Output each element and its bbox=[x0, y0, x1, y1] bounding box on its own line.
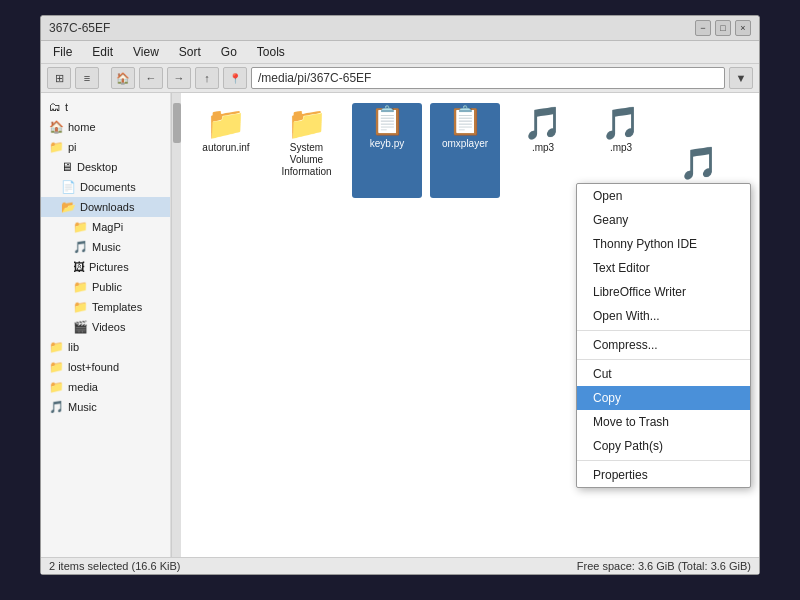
file-mp3a-label: .mp3 bbox=[532, 142, 554, 154]
ctx-geany[interactable]: Geany bbox=[577, 208, 750, 232]
file-keyb-label: keyb.py bbox=[370, 138, 404, 150]
music-icon-2: 🎵 bbox=[601, 107, 641, 139]
address-dropdown-button[interactable]: ▼ bbox=[729, 67, 753, 89]
sidebar-public-label: Public bbox=[92, 281, 122, 293]
sidebar-item-music2[interactable]: 🎵 Music bbox=[41, 397, 170, 417]
sidebar-music2-label: Music bbox=[68, 401, 97, 413]
sidebar-item-documents[interactable]: 📄 Documents bbox=[41, 177, 170, 197]
omxplayer-icon: 📋 bbox=[448, 107, 483, 135]
ctx-open-with[interactable]: Open With... bbox=[577, 304, 750, 328]
file-system-volume[interactable]: 📁 System Volume Information bbox=[269, 103, 344, 198]
sidebar-item-lib[interactable]: 📁 lib bbox=[41, 337, 170, 357]
sidebar-magpi-label: MagPi bbox=[92, 221, 123, 233]
list-view-button[interactable]: ≡ bbox=[75, 67, 99, 89]
back-button[interactable]: ← bbox=[139, 67, 163, 89]
ctx-sep-2 bbox=[577, 359, 750, 360]
sidebar-lib-icon: 📁 bbox=[49, 340, 64, 354]
icon-grid-button[interactable]: ⊞ bbox=[47, 67, 71, 89]
file-system-volume-label: System Volume Information bbox=[273, 142, 340, 178]
ctx-open[interactable]: Open bbox=[577, 184, 750, 208]
song3-icon: 🎵 bbox=[679, 147, 719, 179]
sidebar-item-music[interactable]: 🎵 Music bbox=[41, 237, 170, 257]
file-omxplayer[interactable]: 📋 omxplayer bbox=[430, 103, 500, 198]
sidebar-item-videos[interactable]: 🎬 Videos bbox=[41, 317, 170, 337]
sidebar-scrollbar[interactable] bbox=[171, 93, 181, 557]
address-text: /media/pi/367C-65EF bbox=[258, 71, 371, 85]
sidebar-documents-label: Documents bbox=[80, 181, 136, 193]
sidebar-pictures-icon: 🖼 bbox=[73, 260, 85, 274]
python-file-icon: 📋 bbox=[370, 107, 405, 135]
ctx-properties[interactable]: Properties bbox=[577, 463, 750, 487]
sidebar-item-templates[interactable]: 📁 Templates bbox=[41, 297, 170, 317]
window-title: 367C-65EF bbox=[49, 21, 110, 35]
sidebar-desktop-icon: 🖥 bbox=[61, 160, 73, 174]
sidebar-templates-label: Templates bbox=[92, 301, 142, 313]
sidebar-item-lostfound[interactable]: 📁 lost+found bbox=[41, 357, 170, 377]
status-left: 2 items selected (16.6 KiB) bbox=[49, 560, 180, 572]
file-mp3b-label: .mp3 bbox=[610, 142, 632, 154]
context-menu: Open Geany Thonny Python IDE Text Editor… bbox=[576, 183, 751, 488]
minimize-button[interactable]: − bbox=[695, 20, 711, 36]
sidebar-downloads-icon: 📂 bbox=[61, 200, 76, 214]
sidebar-item-pictures[interactable]: 🖼 Pictures bbox=[41, 257, 170, 277]
sidebar-item-public[interactable]: 📁 Public bbox=[41, 277, 170, 297]
menu-file[interactable]: File bbox=[49, 43, 76, 61]
sidebar: 🗂 t 🏠 home 📁 pi 🖥 Desktop 📄 Documents 📂 bbox=[41, 93, 171, 557]
up-button[interactable]: ↑ bbox=[195, 67, 219, 89]
sidebar-videos-icon: 🎬 bbox=[73, 320, 88, 334]
ctx-cut[interactable]: Cut bbox=[577, 362, 750, 386]
sidebar-item-media[interactable]: 📁 media bbox=[41, 377, 170, 397]
ctx-libreoffice[interactable]: LibreOffice Writer bbox=[577, 280, 750, 304]
sidebar-music-label: Music bbox=[92, 241, 121, 253]
home-button[interactable]: 🏠 bbox=[111, 67, 135, 89]
music-icon: 🎵 bbox=[523, 107, 563, 139]
sidebar-item-desktop[interactable]: 🖥 Desktop bbox=[41, 157, 170, 177]
menu-bar: File Edit View Sort Go Tools bbox=[41, 41, 759, 64]
sidebar-media-label: media bbox=[68, 381, 98, 393]
menu-view[interactable]: View bbox=[129, 43, 163, 61]
ctx-text-editor[interactable]: Text Editor bbox=[577, 256, 750, 280]
ctx-sep-1 bbox=[577, 330, 750, 331]
sidebar-templates-icon: 📁 bbox=[73, 300, 88, 314]
sidebar-desktop-label: Desktop bbox=[77, 161, 117, 173]
sidebar-scrollbar-thumb[interactable] bbox=[173, 103, 181, 143]
location-icon: 📍 bbox=[223, 67, 247, 89]
menu-tools[interactable]: Tools bbox=[253, 43, 289, 61]
sidebar-home-icon: 🏠 bbox=[49, 120, 64, 134]
sidebar-item-t[interactable]: 🗂 t bbox=[41, 97, 170, 117]
sidebar-home-label: home bbox=[68, 121, 96, 133]
file-manager-window: 367C-65EF − □ × File Edit View Sort Go T… bbox=[40, 15, 760, 575]
sidebar-t-label: t bbox=[65, 101, 68, 113]
sidebar-pi-icon: 📁 bbox=[49, 140, 64, 154]
menu-edit[interactable]: Edit bbox=[88, 43, 117, 61]
ctx-copy[interactable]: Copy bbox=[577, 386, 750, 410]
ctx-copy-path[interactable]: Copy Path(s) bbox=[577, 434, 750, 458]
menu-go[interactable]: Go bbox=[217, 43, 241, 61]
sidebar-item-downloads[interactable]: 📂 Downloads bbox=[41, 197, 170, 217]
ctx-move-trash[interactable]: Move to Trash bbox=[577, 410, 750, 434]
sidebar-item-home[interactable]: 🏠 home bbox=[41, 117, 170, 137]
ctx-thonny[interactable]: Thonny Python IDE bbox=[577, 232, 750, 256]
file-omxplayer-label: omxplayer bbox=[442, 138, 488, 150]
menu-sort[interactable]: Sort bbox=[175, 43, 205, 61]
file-keyb[interactable]: 📋 keyb.py bbox=[352, 103, 422, 198]
content-area: 🗂 t 🏠 home 📁 pi 🖥 Desktop 📄 Documents 📂 bbox=[41, 93, 759, 557]
file-mp3a[interactable]: 🎵 .mp3 bbox=[508, 103, 578, 198]
sidebar-pi-label: pi bbox=[68, 141, 77, 153]
sidebar-item-magpi[interactable]: 📁 MagPi bbox=[41, 217, 170, 237]
status-right: Free space: 3.6 GiB (Total: 3.6 GiB) bbox=[577, 560, 751, 572]
sidebar-item-pi[interactable]: 📁 pi bbox=[41, 137, 170, 157]
forward-button[interactable]: → bbox=[167, 67, 191, 89]
address-bar[interactable]: /media/pi/367C-65EF bbox=[251, 67, 725, 89]
sidebar-lib-label: lib bbox=[68, 341, 79, 353]
toolbar: ⊞ ≡ 🏠 ← → ↑ 📍 /media/pi/367C-65EF ▼ bbox=[41, 64, 759, 93]
ctx-compress[interactable]: Compress... bbox=[577, 333, 750, 357]
sidebar-music2-icon: 🎵 bbox=[49, 400, 64, 414]
close-button[interactable]: × bbox=[735, 20, 751, 36]
ctx-sep-3 bbox=[577, 460, 750, 461]
file-autorun[interactable]: 📁 autorun.inf bbox=[191, 103, 261, 198]
maximize-button[interactable]: □ bbox=[715, 20, 731, 36]
sidebar-documents-icon: 📄 bbox=[61, 180, 76, 194]
status-bar: 2 items selected (16.6 KiB) Free space: … bbox=[41, 557, 759, 574]
sidebar-public-icon: 📁 bbox=[73, 280, 88, 294]
